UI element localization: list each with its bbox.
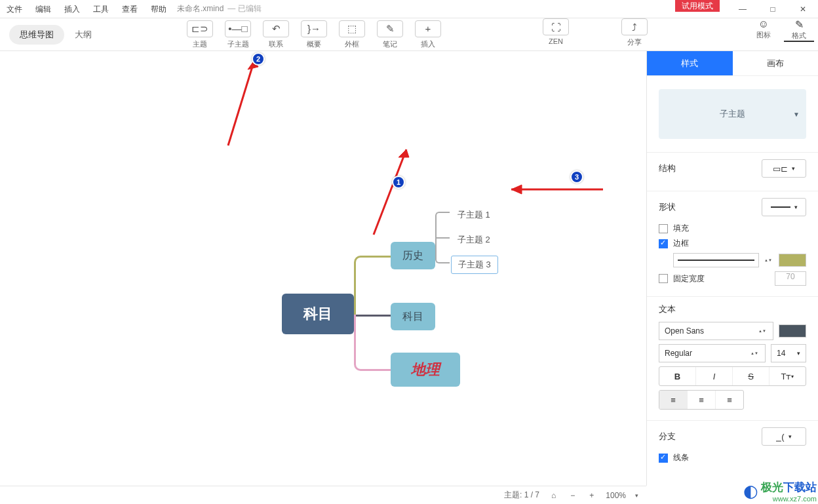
connector [435,237,450,263]
zoom-level: 100% [606,491,626,500]
fill-checkbox[interactable] [659,224,668,233]
bold-button[interactable]: B [659,367,696,385]
text-color-swatch[interactable] [779,324,806,338]
fixed-width-input[interactable]: 70 [775,271,806,286]
font-size-selector[interactable]: 14▾ [771,344,806,362]
section-text-label: 文本 [659,303,676,315]
tool-format[interactable]: ✎格式 [784,18,814,42]
notes-icon: ✎ [377,20,403,37]
status-bar: 主题: 1 / 7 ⌂ − + 100% ▾ [0,486,646,504]
branch-selector[interactable]: ⎯( ▾ [762,427,806,446]
zoom-dropdown[interactable]: ▾ [635,492,638,499]
svg-marker-5 [511,185,522,194]
node-root[interactable]: 科目 [282,294,354,334]
fill-label: 填充 [673,223,689,234]
topic-count: 主题: 1 / 7 [504,490,539,501]
format-panel: 样式 画布 子主题 ▼ 结构 ▭⊏ ▾ 形状 ▾ 填充 边框 ▲▼ [646,51,818,486]
window-close[interactable]: ✕ [788,0,818,18]
node-subtopic-3-selected[interactable]: 子主题 3 [451,256,498,274]
zen-icon: ⛶ [543,18,569,35]
border-line-spinner[interactable]: ▲▼ [764,258,773,262]
node-subtopic-1[interactable]: 子主题 1 [451,206,497,223]
align-left-button[interactable]: ≡ [659,391,688,409]
zoom-in-button[interactable]: + [587,491,596,500]
menu-insert[interactable]: 插入 [58,0,87,18]
zoom-out-button[interactable]: − [568,491,577,500]
tool-insert[interactable]: +插入 [409,20,447,49]
tool-subtopic[interactable]: •—□子主题 [219,20,257,49]
brush-icon: ✎ [795,18,804,31]
annotation-badge-1: 1 [392,176,405,189]
line-checkbox[interactable] [659,454,668,463]
align-right-button[interactable]: ≡ [716,391,743,409]
panel-tab-style[interactable]: 样式 [647,51,733,75]
chevron-down-icon: ▼ [793,111,800,118]
node-subject[interactable]: 科目 [391,303,435,330]
edited-indicator: — 已编辑 [227,3,261,14]
subtopic-icon: •—□ [225,20,251,37]
svg-marker-3 [399,149,409,157]
structure-selector[interactable]: ▭⊏ ▾ [762,159,806,178]
map-overview-button[interactable]: ⌂ [549,491,558,500]
insert-icon: + [415,20,441,37]
tool-share[interactable]: ⤴分享 [621,18,648,47]
italic-button[interactable]: I [696,367,733,385]
annotation-arrow [367,136,419,241]
section-structure-label: 结构 [659,163,676,174]
file-name: 未命名.xmind [177,3,224,14]
line-label: 线条 [673,452,689,463]
textcase-button[interactable]: Tᴛ▾ [769,367,806,385]
shape-selector[interactable]: ▾ [762,198,806,216]
relation-icon: ↶ [263,20,289,37]
tool-boundary[interactable]: ⬚外框 [333,20,371,49]
tab-mindmap[interactable]: 思维导图 [9,25,64,45]
tool-summary[interactable]: }→概要 [295,20,333,49]
panel-tab-canvas[interactable]: 画布 [733,51,819,75]
menu-edit[interactable]: 编辑 [29,0,58,18]
tool-icons[interactable]: ☺图标 [749,18,779,42]
node-subtopic-2[interactable]: 子主题 2 [451,231,497,248]
border-label: 边框 [673,238,689,249]
annotation-arrow [222,51,267,152]
menu-file[interactable]: 文件 [0,0,29,18]
connector [354,256,391,315]
canvas[interactable]: 科目 历史 科目 地理 子主题 1 子主题 2 子主题 3 1 2 3 [0,51,646,486]
smiley-icon: ☺ [758,18,769,30]
share-icon: ⤴ [621,18,648,35]
menu-tools[interactable]: 工具 [87,0,115,18]
border-checkbox[interactable] [659,239,668,248]
menu-view[interactable]: 查看 [115,0,144,18]
site-watermark: ◐ 极光下载站 www.xz7.com [743,480,817,503]
trial-mode-badge: 试用模式 [675,0,720,12]
connector [354,315,391,371]
fixed-width-checkbox[interactable] [659,274,668,283]
tool-zen[interactable]: ⛶ZEN [543,18,569,47]
structure-icon: ▭⊏ [773,164,788,174]
annotation-badge-2: 2 [252,52,265,66]
section-shape-label: 形状 [659,201,676,213]
annotation-arrow [505,180,610,199]
node-history[interactable]: 历史 [391,242,435,269]
window-minimize[interactable]: — [728,0,758,18]
strike-button[interactable]: S [733,367,769,385]
tool-topic[interactable]: ⊏⊃主题 [181,20,219,49]
border-line-selector[interactable] [673,253,759,267]
menu-help[interactable]: 帮助 [144,0,173,18]
style-preview[interactable]: 子主题 ▼ [659,89,806,139]
font-family-selector[interactable]: Open Sans▲▼ [659,322,773,340]
node-geography[interactable]: 地理 [391,353,460,387]
align-center-button[interactable]: ≡ [688,391,716,409]
section-branch-label: 分支 [659,431,676,442]
summary-icon: }→ [301,20,327,37]
tool-relation[interactable]: ↶联系 [257,20,295,49]
svg-line-0 [228,60,254,145]
tab-outline[interactable]: 大纲 [64,25,102,45]
border-color-swatch[interactable] [779,254,806,267]
branch-icon: ⎯( [776,432,784,442]
font-weight-selector[interactable]: Regular▲▼ [659,344,766,362]
topic-icon: ⊏⊃ [187,20,213,37]
fixed-width-label: 固定宽度 [673,273,705,284]
tool-notes[interactable]: ✎笔记 [371,20,409,49]
window-maximize[interactable]: □ [758,0,788,18]
boundary-icon: ⬚ [339,20,365,37]
